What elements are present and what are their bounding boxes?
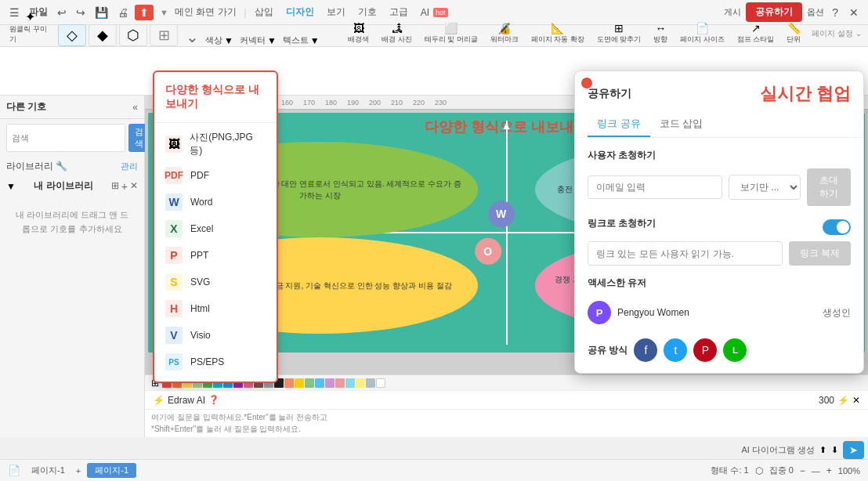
collapse-icon[interactable]: «	[132, 102, 138, 113]
expand-icon[interactable]: ⌄	[186, 27, 199, 46]
permission-select[interactable]: 보기만 ...	[729, 175, 801, 200]
facebook-btn[interactable]: f	[634, 338, 657, 362]
invite-input-row: 보기만 ... 초대하기	[588, 168, 851, 206]
close-btn[interactable]: ✕	[846, 5, 862, 20]
design-menu[interactable]: 디자인	[286, 5, 314, 19]
expand-arrow[interactable]: ▼	[6, 181, 16, 192]
download-icon[interactable]: ⬇	[831, 445, 838, 455]
user-role: 생성인	[823, 306, 851, 320]
share-subtitle: 공유하기	[588, 87, 631, 101]
settings-expand[interactable]: 페이지 설정 ⌄	[812, 28, 862, 39]
format-html[interactable]: H Html	[154, 295, 277, 322]
invite-btn[interactable]: 초대하기	[807, 168, 851, 206]
redo-btn[interactable]: ↪	[73, 5, 89, 20]
hot-badge: hot	[433, 8, 448, 17]
fit-page-btn[interactable]: ⊞ 도면에 맞추기	[592, 20, 646, 46]
export-btn[interactable]: ⬆	[135, 5, 154, 20]
page-size-btn[interactable]: 📄 페이지 사이즈	[675, 20, 729, 46]
ai-menu[interactable]: AI	[421, 7, 429, 18]
main-nav-label: 메인 화면 가기	[175, 5, 237, 19]
view-menu[interactable]: 보기	[327, 5, 345, 19]
top-bar-right: 게시 공유하기 옵션 ? ✕	[724, 2, 862, 22]
email-input[interactable]	[588, 175, 722, 199]
page-inactive[interactable]: 페이지-1	[24, 463, 73, 478]
zoom-in-btn[interactable]: +	[826, 465, 832, 476]
format-dropdown: 다양한 형식으로 내보내기 🖼 사진(PNG,JPG 등) PDF PDF W …	[153, 71, 278, 383]
insert-menu[interactable]: 삽입	[255, 5, 273, 19]
link-toggle[interactable]	[823, 219, 851, 235]
grid-icon[interactable]: ⊞	[111, 180, 119, 193]
format-photo[interactable]: 🖼 사진(PNG,JPG 등)	[154, 126, 277, 162]
print-btn[interactable]: 🖨	[114, 5, 132, 20]
style-btn-4[interactable]: ⊞	[150, 24, 178, 46]
one-click-label: 원클릭 꾸미기	[9, 24, 50, 45]
ai-send-btn[interactable]: ➤	[843, 441, 864, 459]
ps-icon: PS	[165, 353, 183, 371]
color-2[interactable]	[295, 378, 304, 388]
style-btn-2[interactable]: ◆	[89, 24, 117, 46]
background-btn[interactable]: 🖼 배경색	[343, 20, 374, 46]
tab-link-share[interactable]: 링크 공유	[588, 112, 650, 137]
options-label[interactable]: 옵션	[807, 6, 824, 18]
share-button[interactable]: 공유하기	[746, 2, 802, 22]
undo-btn[interactable]: ↩	[54, 5, 70, 20]
format-excel[interactable]: X Excel	[154, 215, 277, 242]
color-6[interactable]	[335, 378, 345, 388]
one-click-btn[interactable]: ✦ 원클릭 꾸미기	[6, 8, 53, 46]
invite-label: 사용자 초청하기	[588, 149, 851, 162]
color-3[interactable]	[305, 378, 314, 388]
ai-close[interactable]: ✕	[852, 395, 860, 406]
border-btn[interactable]: ⬜ 테두리 및 머리글	[420, 20, 483, 46]
excel-label: Excel	[190, 223, 213, 234]
copy-link-btn[interactable]: 링크 복제	[789, 241, 851, 266]
add-page-btn[interactable]: +	[76, 466, 81, 476]
circle-o: O	[475, 238, 501, 265]
color-5[interactable]	[325, 378, 335, 388]
watermark-btn[interactable]: 🔏 워터마크	[486, 20, 523, 46]
panel-close-dot[interactable]	[581, 78, 592, 89]
color-7[interactable]	[345, 378, 355, 388]
search-input[interactable]	[6, 124, 125, 152]
format-visio[interactable]: V Visio	[154, 322, 277, 349]
symbol-menu[interactable]: 기호	[358, 5, 377, 19]
style-btn-1[interactable]: ◇	[58, 24, 86, 46]
edraw-ai-label: ⚡ Edraw AI ❓	[153, 395, 219, 406]
format-ppt[interactable]: P PPT	[154, 242, 277, 269]
format-pdf[interactable]: PDF PDF	[154, 162, 277, 189]
link-input[interactable]	[588, 241, 783, 266]
advanced-menu[interactable]: 고급	[389, 5, 408, 19]
format-svg[interactable]: S SVG	[154, 269, 277, 295]
user-name: Pengyou Women	[617, 307, 689, 318]
add-icon[interactable]: +	[121, 180, 128, 193]
word-icon: W	[165, 193, 183, 211]
unit-btn[interactable]: 📏 단위	[782, 20, 805, 46]
connector-expand[interactable]: ▼	[267, 35, 277, 46]
pinterest-btn[interactable]: P	[693, 338, 717, 362]
format-ps[interactable]: PS PS/EPS	[154, 349, 277, 375]
format-word[interactable]: W Word	[154, 189, 277, 215]
text-expand[interactable]: ▼	[310, 35, 320, 46]
help-btn[interactable]: ?	[829, 5, 841, 20]
twitter-btn[interactable]: t	[664, 338, 687, 362]
jump-style-btn[interactable]: ↗ 점프 스타일	[732, 20, 779, 46]
save-btn[interactable]: 💾	[92, 5, 111, 20]
ppt-label: PPT	[190, 250, 208, 261]
color-8[interactable]	[356, 378, 365, 388]
tab-code-embed[interactable]: 코드 삽입	[650, 112, 713, 137]
auto-expand-btn[interactable]: 📐 페이지 자동 확장	[526, 20, 589, 46]
color-white[interactable]	[376, 378, 385, 388]
color-expand[interactable]: ▼	[224, 35, 233, 46]
zoom-out-btn[interactable]: −	[800, 465, 805, 476]
active-page-tab[interactable]: 페이지-1	[87, 463, 136, 478]
direction-btn[interactable]: ↔ 방향	[649, 20, 672, 46]
color-1[interactable]	[284, 378, 294, 388]
color-4[interactable]	[315, 378, 324, 388]
line-btn[interactable]: L	[723, 338, 747, 362]
ai-lightning[interactable]: ⚡	[837, 395, 849, 406]
style-btn-3[interactable]: ⬡	[119, 24, 147, 46]
bg-photo-btn[interactable]: 🏞 배경 사진	[377, 20, 417, 46]
close-icon[interactable]: ✕	[130, 180, 138, 193]
color-9[interactable]	[366, 378, 375, 388]
manage-btn[interactable]: 관리	[121, 161, 138, 172]
upload-icon[interactable]: ⬆	[819, 445, 826, 455]
